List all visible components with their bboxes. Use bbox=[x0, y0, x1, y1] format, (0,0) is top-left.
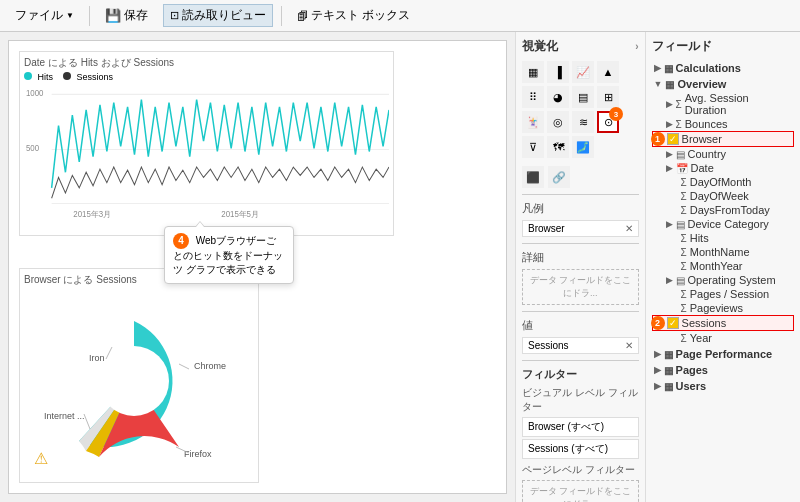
viz-icon-scatter[interactable]: ⠿ bbox=[522, 86, 544, 108]
value-field-pill[interactable]: Sessions ✕ bbox=[522, 337, 639, 354]
viz-divider-2 bbox=[522, 243, 639, 244]
filter-sessions-item[interactable]: Sessions (すべて) bbox=[522, 439, 639, 459]
table-icon-users: ▦ bbox=[664, 381, 673, 392]
viz-icon-line[interactable]: 📈 bbox=[572, 61, 594, 83]
viz-icon-matrix[interactable]: ⊞ bbox=[597, 86, 619, 108]
filter-browser-item[interactable]: Browser (すべて) bbox=[522, 417, 639, 437]
users-group-header[interactable]: ▶ ▦ Users bbox=[652, 379, 794, 393]
textbox-button[interactable]: 🗐 テキスト ボックス bbox=[290, 4, 417, 27]
viz-icon-bar2[interactable]: ⬛ bbox=[522, 166, 544, 188]
field-pages-session[interactable]: Σ Pages / Session bbox=[652, 287, 794, 301]
viz-icon-bar[interactable]: ▐ bbox=[547, 61, 569, 83]
tooltip-bubble: 4 Webブラウザーごとのヒット数をドーナッツ グラフで表示できる bbox=[164, 226, 294, 284]
field-dayofweek[interactable]: Σ DayOfWeek bbox=[652, 189, 794, 203]
read-view-label: 読み取りビュー bbox=[182, 7, 266, 24]
sessions-legend: Sessions bbox=[63, 72, 113, 82]
calculations-expand-arrow: ▶ bbox=[654, 63, 661, 73]
field-group-pages: ▶ ▦ Pages bbox=[652, 363, 794, 377]
field-year[interactable]: Σ Year bbox=[652, 331, 794, 345]
page-performance-group-header[interactable]: ▶ ▦ Page Performance bbox=[652, 347, 794, 361]
pages-group-header[interactable]: ▶ ▦ Pages bbox=[652, 363, 794, 377]
donut-chart-visual[interactable]: Browser による Sessions Iron Internet ... bbox=[19, 268, 259, 483]
legend-field-close[interactable]: ✕ bbox=[625, 223, 633, 234]
save-button[interactable]: 💾 保存 bbox=[98, 4, 155, 27]
svg-text:Chrome: Chrome bbox=[194, 361, 226, 371]
field-avg-session[interactable]: ▶ Σ Avg. Session Duration bbox=[652, 91, 794, 117]
viz-icon-funnel[interactable]: ⊽ bbox=[522, 136, 544, 158]
overview-expand-arrow: ▼ bbox=[654, 79, 663, 89]
save-icon: 💾 bbox=[105, 8, 121, 23]
field-hits[interactable]: Σ Hits bbox=[652, 231, 794, 245]
line-chart-visual[interactable]: Date による Hits および Sessions Hits Sessions… bbox=[19, 51, 394, 236]
svg-text:1000: 1000 bbox=[26, 89, 44, 98]
right-panel: 視覚化 › ▦ ▐ 📈 ▲ ⠿ ◕ ▤ ⊞ 🃏 ◎ ≋ ⊙ 3 ⊽ bbox=[515, 32, 800, 502]
badge-1: 1 bbox=[651, 132, 665, 146]
calculations-group-header[interactable]: ▶ ▦ Calculations bbox=[652, 61, 794, 75]
svg-text:Iron: Iron bbox=[89, 353, 105, 363]
users-expand-arrow: ▶ bbox=[654, 381, 661, 391]
svg-point-7 bbox=[99, 346, 169, 416]
viz-divider-4 bbox=[522, 360, 639, 361]
tooltip-text: Webブラウザーごとのヒット数をドーナッツ グラフで表示できる bbox=[173, 235, 283, 275]
table-icon-calculations: ▦ bbox=[664, 63, 673, 74]
field-monthyear[interactable]: Σ MonthYear bbox=[652, 259, 794, 273]
field-dayofmonth[interactable]: Σ DayOfMonth bbox=[652, 175, 794, 189]
legend-field-text: Browser bbox=[528, 223, 565, 234]
field-device-category[interactable]: ▶ ▤ Device Category bbox=[652, 217, 794, 231]
field-monthname[interactable]: Σ MonthName bbox=[652, 245, 794, 259]
field-operating-system[interactable]: ▶ ▤ Operating System bbox=[652, 273, 794, 287]
svg-text:2015年3月: 2015年3月 bbox=[73, 210, 111, 219]
viz-icon-link[interactable]: 🔗 bbox=[548, 166, 570, 188]
line-chart-svg-container: 1000 500 2015年3月 2015年5月 bbox=[24, 84, 389, 219]
viz-icon-pie[interactable]: ◕ bbox=[547, 86, 569, 108]
file-label: ファイル bbox=[15, 7, 63, 24]
read-view-icon: ⊡ bbox=[170, 9, 179, 22]
field-group-overview: ▼ ▦ Overview ▶ Σ Avg. Session Duration ▶… bbox=[652, 77, 794, 345]
viz-icon-card[interactable]: 🃏 bbox=[522, 111, 544, 133]
svg-text:2015年5月: 2015年5月 bbox=[221, 210, 259, 219]
field-group-users: ▶ ▦ Users bbox=[652, 379, 794, 393]
field-country[interactable]: ▶ ▤ Country bbox=[652, 147, 794, 161]
field-daysfromtoday[interactable]: Σ DaysFromToday bbox=[652, 203, 794, 217]
viz-icon-table[interactable]: ▤ bbox=[572, 86, 594, 108]
hits-legend: Hits bbox=[24, 72, 53, 82]
viz-icon-map[interactable]: 🗺 bbox=[547, 136, 569, 158]
viz-icon-filled-map[interactable]: 🗾 bbox=[572, 136, 594, 158]
overview-label: Overview bbox=[677, 78, 726, 90]
save-label: 保存 bbox=[124, 7, 148, 24]
calculations-label: Calculations bbox=[676, 62, 741, 74]
pages-expand-arrow: ▶ bbox=[654, 365, 661, 375]
field-bounces[interactable]: ▶ Σ Bounces bbox=[652, 117, 794, 131]
field-pageviews[interactable]: Σ Pageviews bbox=[652, 301, 794, 315]
viz-icon-gauge[interactable]: ◎ bbox=[547, 111, 569, 133]
viz-icon-stacked-bar[interactable]: ▦ bbox=[522, 61, 544, 83]
field-sessions[interactable]: ✓ Sessions 2 bbox=[652, 315, 794, 331]
filter-section: フィルター ビジュアル レベル フィルター Browser (すべて) Sess… bbox=[522, 367, 639, 502]
viz-icon-waterfall[interactable]: ≋ bbox=[572, 111, 594, 133]
overview-group-header[interactable]: ▼ ▦ Overview bbox=[652, 77, 794, 91]
file-dropdown-arrow: ▼ bbox=[66, 11, 74, 20]
filter-page-placeholder[interactable]: データ フィールドをここにドラ... bbox=[522, 480, 639, 502]
read-view-button[interactable]: ⊡ 読み取りビュー bbox=[163, 4, 273, 27]
field-group-page-performance: ▶ ▦ Page Performance bbox=[652, 347, 794, 361]
viz-icon-donut[interactable]: ⊙ 3 bbox=[597, 111, 619, 133]
viz-icon-area[interactable]: ▲ bbox=[597, 61, 619, 83]
detail-placeholder[interactable]: データ フィールドをここにドラ... bbox=[522, 269, 639, 305]
sessions-checkbox[interactable]: ✓ bbox=[667, 317, 679, 329]
main-layout: Date による Hits および Sessions Hits Sessions… bbox=[0, 32, 800, 502]
chart-legend: Hits Sessions bbox=[24, 72, 389, 82]
line-chart-title: Date による Hits および Sessions bbox=[24, 56, 389, 70]
textbox-icon: 🗐 bbox=[297, 10, 308, 22]
field-browser[interactable]: ✓ Browser 1 bbox=[652, 131, 794, 147]
canvas-area: Date による Hits および Sessions Hits Sessions… bbox=[0, 32, 515, 502]
field-date[interactable]: ▶ 📅 Date bbox=[652, 161, 794, 175]
legend-field-pill[interactable]: Browser ✕ bbox=[522, 220, 639, 237]
table-icon-page-performance: ▦ bbox=[664, 349, 673, 360]
sessions-legend-dot bbox=[63, 72, 71, 80]
visual-level-label: ビジュアル レベル フィルター bbox=[522, 386, 639, 414]
browser-checkbox[interactable]: ✓ bbox=[667, 133, 679, 145]
svg-text:500: 500 bbox=[26, 144, 40, 153]
viz-icons-grid: ▦ ▐ 📈 ▲ ⠿ ◕ ▤ ⊞ 🃏 ◎ ≋ ⊙ 3 ⊽ 🗺 🗾 bbox=[522, 61, 639, 158]
file-menu-button[interactable]: ファイル ▼ bbox=[8, 4, 81, 27]
value-field-close[interactable]: ✕ bbox=[625, 340, 633, 351]
